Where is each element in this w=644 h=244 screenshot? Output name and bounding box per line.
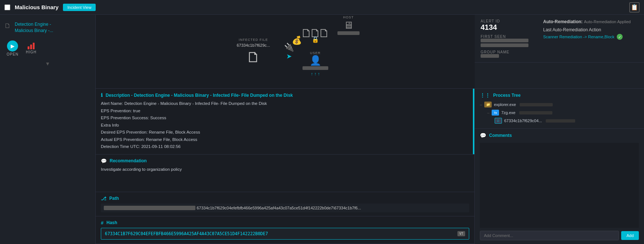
hash-header-text: Hash bbox=[106, 220, 117, 225]
first-seen-label: FIRST SEEN bbox=[481, 35, 528, 39]
high-bars-icon bbox=[28, 43, 35, 49]
open-play-icon: ▶ bbox=[7, 40, 18, 52]
infected-file-label: INFECTED FILE bbox=[239, 38, 268, 42]
scanner-remediation: Scanner Remediation -> Rename,Block ✓ bbox=[543, 34, 638, 40]
first-seen-value1 bbox=[481, 39, 528, 42]
hash-value-box[interactable]: 67334C1B7F629C04EFEFBFB466E5996A425AF4A4… bbox=[101, 228, 469, 240]
hash-file-meta bbox=[546, 119, 575, 123]
arrows-up-icon: ↑ ↑ ↑ bbox=[311, 71, 320, 77]
tree-dash-2: – bbox=[487, 110, 489, 115]
7zg-meta bbox=[519, 111, 552, 114]
alert-info-right: Auto-Remediation: Auto-Remediation Appli… bbox=[539, 19, 638, 58]
path-text: 67334c1b7f629c04efefbfb466e5996a425af4a4… bbox=[197, 206, 361, 210]
lock-icon: 🔒 bbox=[312, 36, 319, 43]
recommendation-header-text: Recommendation bbox=[110, 158, 147, 163]
vt-badge[interactable]: VT bbox=[457, 231, 465, 236]
comments-header: 💬 Comments bbox=[480, 132, 639, 138]
path-header-text: Path bbox=[109, 196, 119, 201]
path-header: ⎇ Path bbox=[101, 196, 469, 201]
host-block: HOST 🖥 bbox=[337, 15, 360, 35]
comment-input-area: Add bbox=[480, 231, 639, 240]
eps-prevention-text: EPS Prevention: true bbox=[101, 107, 469, 115]
path-icon: ⎇ bbox=[101, 196, 106, 201]
auto-rem-bold: Auto-Remediation: bbox=[543, 19, 584, 24]
process-tree-icon: ⋮⋮ bbox=[480, 92, 490, 98]
alert-name-text: Alert Name: Detection Engine - Malicious… bbox=[101, 100, 469, 107]
alert-info-left: ALERT ID 4134 FIRST SEEN GROUP NAME bbox=[481, 19, 528, 58]
recommendation-section: 💬 Recommendation Investigate according t… bbox=[96, 155, 474, 192]
group-name-value bbox=[481, 54, 499, 58]
high-label: HIGH bbox=[26, 50, 36, 54]
alert-info: ALERT ID 4134 FIRST SEEN GROUP NAME Auto… bbox=[475, 15, 644, 63]
path-blurred: ████████████████████████████████ bbox=[104, 206, 195, 210]
right-detail: ⋮⋮ Process Tree – 📁 explorer.exe bbox=[475, 89, 644, 244]
explorer-name: explorer.exe bbox=[494, 102, 516, 107]
infected-file-block: INFECTED FILE 67334c1b7f629c... 🗋 bbox=[237, 38, 270, 66]
chained-docs: 🗋 🗋 🗋 🔒 💰 bbox=[301, 26, 330, 40]
comment-input[interactable] bbox=[480, 231, 619, 240]
page-title: Malicious Binary bbox=[15, 4, 59, 10]
actual-eps-text: Actual EPS Prevention: Rename File, Bloc… bbox=[101, 136, 469, 144]
sidebar-item-detection-engine[interactable]: 🗋 Detection Engine - Malicious Binary -.… bbox=[0, 18, 95, 37]
recommendation-body: Investigate according to organization po… bbox=[101, 166, 469, 188]
comments-icon: 💬 bbox=[480, 132, 486, 138]
auto-remediation-title: Auto-Remediation: Auto-Remediation Appli… bbox=[543, 19, 638, 24]
select-checkbox[interactable] bbox=[4, 4, 10, 10]
scanner-rem-text: Scanner Remediation -> Rename,Block bbox=[543, 35, 615, 39]
visualization-area: INFECTED FILE 67334c1b7f629c... 🗋 🔌 ➤ HO… bbox=[96, 15, 475, 88]
clipboard-icon[interactable]: 📋 bbox=[629, 2, 640, 13]
arrow-area: 🔌 ➤ bbox=[284, 43, 294, 60]
folder-icon: 📁 bbox=[484, 102, 492, 107]
path-section: ⎇ Path ████████████████████████████████ … bbox=[96, 192, 474, 216]
doc-icon-3: 🗋 bbox=[318, 26, 330, 40]
success-icon: ✓ bbox=[617, 34, 623, 40]
process-item-explorer[interactable]: – 📁 explorer.exe bbox=[480, 100, 639, 109]
hash-section: # Hash 67334C1B7F629C04EFEFBFB466E5996A4… bbox=[96, 216, 474, 244]
main-layout: 🗋 Detection Engine - Malicious Binary -.… bbox=[0, 15, 644, 244]
extra-info-text: Extra Info bbox=[101, 122, 469, 129]
badge-open: ▶ OPEN bbox=[7, 40, 18, 56]
process-tree-header: ⋮⋮ Process Tree bbox=[480, 92, 639, 98]
open-label: OPEN bbox=[7, 52, 18, 56]
detection-time-text: Detection Time UTC: 2021-09-11 08:02:56 bbox=[101, 143, 469, 151]
process-item-7zg[interactable]: – 7z 7zg.exe bbox=[480, 109, 639, 117]
host-label: HOST bbox=[343, 15, 354, 19]
money-bag-icon: 💰 bbox=[292, 36, 302, 45]
sidebar-badges: ▶ OPEN HIGH bbox=[0, 37, 95, 60]
user-block: USER 👤 ↑ ↑ ↑ bbox=[302, 51, 328, 77]
7z-icon: 7z bbox=[492, 110, 499, 116]
top-bar: Malicious Binary Incident View 📋 bbox=[0, 0, 644, 15]
right-panel-top: ALERT ID 4134 FIRST SEEN GROUP NAME Auto… bbox=[475, 15, 644, 88]
comments-body bbox=[480, 143, 639, 228]
info-icon: ℹ bbox=[101, 92, 103, 98]
alert-id-value: 4134 bbox=[481, 23, 528, 32]
7zg-name: 7zg.exe bbox=[501, 110, 516, 115]
sidebar-link-text[interactable]: Detection Engine - Malicious Binary -... bbox=[15, 21, 53, 34]
tree-dash-1: – bbox=[480, 102, 482, 107]
group-name-label: GROUP NAME bbox=[481, 50, 528, 54]
hash-header: # Hash bbox=[101, 220, 469, 226]
document-icon: 🗋 bbox=[4, 22, 11, 30]
process-item-hash-file[interactable]: 🗋 67334c1b7f629c04... bbox=[480, 117, 639, 125]
infected-file-value: 67334c1b7f629c... bbox=[237, 43, 270, 47]
description-header: ℹ Description - Detection Engine - Malic… bbox=[101, 92, 469, 98]
blue-indicator bbox=[473, 89, 474, 154]
description-body: Alert Name: Detection Engine - Malicious… bbox=[101, 100, 469, 151]
left-sidebar: 🗋 Detection Engine - Malicious Binary -.… bbox=[0, 15, 96, 244]
description-header-text: Description - Detection Engine - Malicio… bbox=[106, 93, 293, 98]
host-icon: 🖥 bbox=[343, 19, 354, 31]
last-action-label: Last Auto-Remediation Action bbox=[543, 27, 638, 32]
incident-view-button[interactable]: Incident View bbox=[63, 4, 96, 11]
desired-eps-text: Desired EPS Prevention: Rename File, Blo… bbox=[101, 129, 469, 136]
description-section: ℹ Description - Detection Engine - Malic… bbox=[96, 89, 474, 155]
hash-text: 67334C1B7F629C04EFEFBFB466E5996A425AF4A4… bbox=[105, 231, 268, 236]
viz-content: INFECTED FILE 67334c1b7f629c... 🗋 🔌 ➤ HO… bbox=[103, 18, 467, 85]
path-value: ████████████████████████████████ 67334c1… bbox=[101, 204, 469, 212]
process-tree-section: ⋮⋮ Process Tree – 📁 explorer.exe bbox=[475, 89, 644, 129]
add-comment-button[interactable]: Add bbox=[621, 231, 639, 240]
sidebar-arrow-down: ▼ bbox=[0, 60, 95, 67]
first-seen-value2 bbox=[481, 43, 528, 47]
host-value bbox=[337, 31, 360, 35]
arrow-right-icon: ➤ bbox=[286, 52, 292, 60]
recommendation-icon: 💬 bbox=[101, 158, 107, 164]
